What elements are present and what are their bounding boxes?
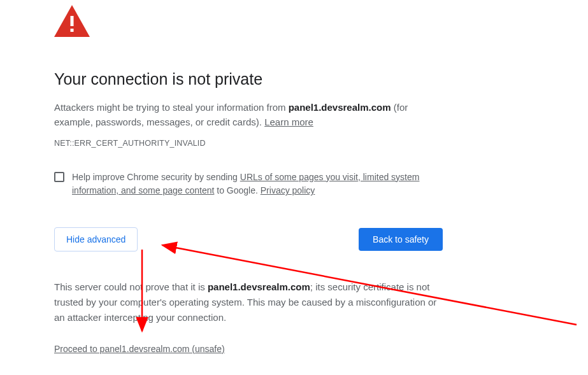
hide-advanced-button[interactable]: Hide advanced [54,227,138,251]
opt-in-link-privacy[interactable]: Privacy policy [261,185,315,195]
opt-in-text: Help improve Chrome security by sending … [72,171,443,198]
opt-in-prefix: Help improve Chrome security by sending [72,172,240,182]
learn-more-link[interactable]: Learn more [264,117,313,127]
warning-body-domain: panel1.devsrealm.com [289,102,391,113]
page-title: Your connection is not private [54,70,446,88]
opt-in-mid: to Google. [214,185,260,195]
warning-icon [54,0,446,39]
advanced-details: This server could not prove that it is p… [54,279,443,325]
details-domain: panel1.devsrealm.com [208,281,310,292]
svg-rect-2 [71,29,74,32]
proceed-unsafe-link[interactable]: Proceed to panel1.devsrealm.com (unsafe) [54,344,225,354]
warning-body: Attackers might be trying to steal your … [54,100,446,130]
opt-in-checkbox[interactable] [54,172,64,182]
warning-body-prefix: Attackers might be trying to steal your … [54,102,289,113]
svg-rect-1 [71,16,74,26]
details-prefix: This server could not prove that it is [54,281,208,292]
back-to-safety-button[interactable]: Back to safety [359,228,443,251]
error-code: NET::ERR_CERT_AUTHORITY_INVALID [54,139,446,148]
